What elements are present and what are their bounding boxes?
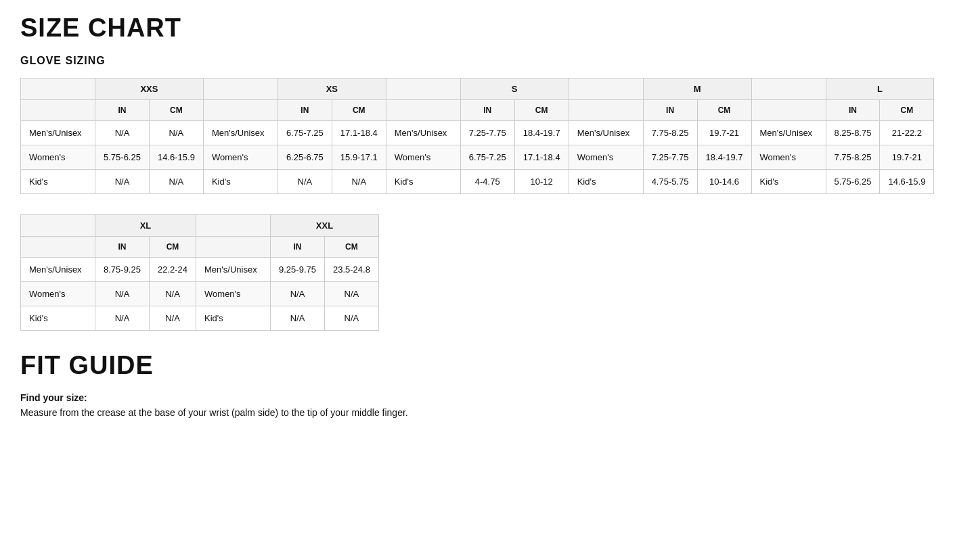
table-row: Men's/Unisex 8.75-9.25 22.2-24 Men's/Uni… [21, 258, 379, 282]
row-label-womens-m: Women's [569, 145, 643, 170]
womens-l-cm: 19.7-21 [880, 145, 934, 170]
xxl-gender-header [196, 237, 271, 258]
row-label-mens-m: Men's/Unisex [569, 121, 643, 145]
row-label-womens-xxl: Women's [196, 282, 271, 306]
mens-xxl-in: 9.25-9.75 [271, 258, 325, 282]
m-in-header: IN [643, 100, 697, 121]
xs-cm-header: CM [332, 100, 386, 121]
kids-m-cm: 10-14.6 [697, 170, 751, 194]
womens-l-in: 7.75-8.25 [826, 145, 880, 170]
kids-m-in: 4.75-5.75 [643, 170, 697, 194]
row-label-kids-l: Kid's [751, 170, 826, 194]
header-xxl: XXL [271, 215, 379, 237]
mens-xs-in: 6.75-7.25 [277, 121, 332, 145]
row-label-mens-s: Men's/Unisex [386, 121, 460, 145]
header-xl: XL [95, 215, 196, 237]
xxs-cm-header: CM [149, 100, 203, 121]
womens-s-cm: 17.1-18.4 [514, 145, 569, 170]
header-xs: XS [277, 78, 386, 100]
header-m: M [643, 78, 751, 100]
kids-s-cm: 10-12 [514, 170, 569, 194]
s-cm-header: CM [514, 100, 569, 121]
row-label-kids-xxs: Kid's [21, 170, 95, 194]
row-label-kids-m: Kid's [569, 170, 643, 194]
mens-xxs-cm: N/A [149, 121, 203, 145]
mens-s-in: 7.25-7.75 [460, 121, 514, 145]
row-label-mens-l: Men's/Unisex [751, 121, 826, 145]
unit-empty-corner [21, 100, 95, 121]
find-size-label: Find your size: [20, 392, 935, 403]
table-row: Kid's N/A N/A Kid's N/A N/A Kid's 4-4.75… [21, 170, 934, 194]
xxl-cm-header: CM [324, 237, 378, 258]
row-label-womens-xxs: Women's [21, 145, 95, 170]
kids-xl-cm: N/A [149, 306, 196, 331]
mens-xl-in: 8.75-9.25 [95, 258, 150, 282]
mens-m-cm: 19.7-21 [697, 121, 751, 145]
empty-l-left [751, 78, 826, 100]
mens-l-in: 8.25-8.75 [826, 121, 880, 145]
find-size-text: Measure from the crease at the base of y… [20, 406, 460, 420]
l-in-header: IN [826, 100, 880, 121]
l-gender-header [751, 100, 826, 121]
empty-corner-bottom-xxl [196, 215, 271, 237]
kids-xxl-cm: N/A [324, 306, 378, 331]
row-label-mens-xl: Men's/Unisex [21, 258, 95, 282]
empty-corner-top [21, 78, 95, 100]
m-gender-header [569, 100, 643, 121]
kids-xxl-in: N/A [271, 306, 325, 331]
xl-gender-header [21, 237, 95, 258]
womens-xs-cm: 15.9-17.1 [332, 145, 386, 170]
womens-s-in: 6.75-7.25 [460, 145, 514, 170]
row-label-womens-l: Women's [751, 145, 826, 170]
mens-xs-cm: 17.1-18.4 [332, 121, 386, 145]
mens-xxs-in: N/A [95, 121, 150, 145]
womens-xs-in: 6.25-6.75 [277, 145, 332, 170]
row-label-womens-xs: Women's [203, 145, 277, 170]
empty-xs-left [203, 78, 277, 100]
row-label-womens-xl: Women's [21, 282, 95, 306]
l-cm-header: CM [880, 100, 934, 121]
empty-s-left [386, 78, 460, 100]
fit-guide-title: FIT GUIDE [20, 351, 935, 380]
row-label-kids-xl: Kid's [21, 306, 95, 331]
womens-xl-in: N/A [95, 282, 150, 306]
womens-m-cm: 18.4-19.7 [697, 145, 751, 170]
row-label-kids-xs: Kid's [203, 170, 277, 194]
glove-sizing-title: GLOVE SIZING [20, 55, 935, 67]
table-row: Women's 5.75-6.25 14.6-15.9 Women's 6.25… [21, 145, 934, 170]
xxs-in-header: IN [95, 100, 150, 121]
s-gender-header [386, 100, 460, 121]
s-in-header: IN [460, 100, 514, 121]
mens-xl-cm: 22.2-24 [149, 258, 196, 282]
empty-corner-bottom-xl [21, 215, 95, 237]
bottom-size-table-wrapper: XL XXL IN CM IN CM Men's/Unisex 8.75-9 [20, 214, 935, 331]
kids-xxs-cm: N/A [149, 170, 203, 194]
page-title: SIZE CHART [20, 14, 935, 43]
row-label-mens-xxl: Men's/Unisex [196, 258, 271, 282]
kids-xxs-in: N/A [95, 170, 150, 194]
fit-guide-section: FIT GUIDE Find your size: Measure from t… [20, 351, 935, 420]
table-row: Kid's N/A N/A Kid's N/A N/A [21, 306, 379, 331]
table-row: Women's N/A N/A Women's N/A N/A [21, 282, 379, 306]
mens-l-cm: 21-22.2 [880, 121, 934, 145]
xs-in-header: IN [277, 100, 332, 121]
womens-xxl-cm: N/A [324, 282, 378, 306]
womens-xxl-in: N/A [271, 282, 325, 306]
table-row: Men's/Unisex N/A N/A Men's/Unisex 6.75-7… [21, 121, 934, 145]
kids-xs-cm: N/A [332, 170, 386, 194]
m-cm-header: CM [697, 100, 751, 121]
womens-xxs-in: 5.75-6.25 [95, 145, 150, 170]
kids-xl-in: N/A [95, 306, 150, 331]
row-label-mens-xxs: Men's/Unisex [21, 121, 95, 145]
top-size-table: XXS XS S M L IN CM IN CM [20, 78, 934, 194]
header-l: L [826, 78, 934, 100]
xs-gender-header [203, 100, 277, 121]
kids-xs-in: N/A [277, 170, 332, 194]
kids-s-in: 4-4.75 [460, 170, 514, 194]
kids-l-in: 5.75-6.25 [826, 170, 880, 194]
row-label-kids-s: Kid's [386, 170, 460, 194]
bottom-size-table: XL XXL IN CM IN CM Men's/Unisex 8.75-9 [20, 214, 379, 331]
xl-cm-header: CM [149, 237, 196, 258]
row-label-mens-xs: Men's/Unisex [203, 121, 277, 145]
kids-l-cm: 14.6-15.9 [880, 170, 934, 194]
